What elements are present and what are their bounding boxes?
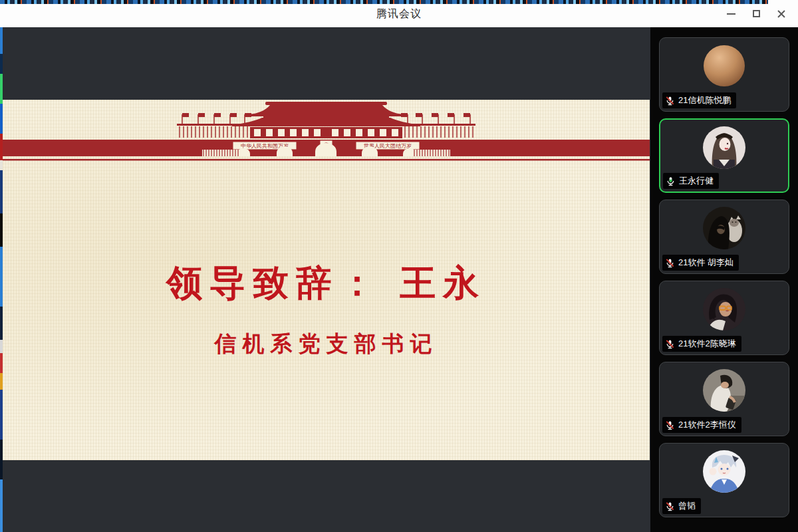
participant-tile[interactable]: 21信机陈悦鹏 (659, 37, 789, 112)
name-tag: 21软件 胡李灿 (662, 255, 739, 271)
close-icon (777, 9, 786, 19)
participant-tile[interactable]: 王永行健 (659, 118, 789, 193)
avatar (703, 45, 745, 87)
name-tag: 曾韬 (662, 498, 701, 514)
maximize-button[interactable] (743, 0, 769, 27)
name-tag: 21软件2李恒仪 (662, 417, 741, 433)
window-title: 腾讯会议 (0, 7, 798, 21)
participant-name: 21软件 胡李灿 (678, 257, 733, 269)
mic-active-icon (666, 176, 676, 186)
participant-name: 王永行健 (679, 175, 714, 187)
screen-edge-artifact-top (0, 0, 768, 4)
participant-name: 21软件2李恒仪 (678, 419, 736, 431)
presentation-slide: 中华人民共和国万岁 世界人民大团结万岁 领导 (3, 100, 650, 460)
minimize-icon (727, 13, 735, 15)
avatar (703, 369, 745, 412)
close-button[interactable] (769, 0, 794, 27)
mic-muted-icon (665, 501, 675, 511)
participant-name: 21信机陈悦鹏 (678, 94, 731, 106)
participant-tile[interactable]: 21软件2李恒仪 (659, 362, 789, 436)
avatar (703, 288, 745, 331)
screen-edge-artifact-left (0, 27, 3, 532)
participant-name: 21软件2陈晓琳 (678, 338, 736, 350)
mic-muted-icon (665, 96, 675, 106)
mic-muted-icon (665, 420, 675, 430)
mic-muted-icon (665, 258, 675, 268)
slide-title: 领导致辞： 王永 (3, 259, 650, 308)
participant-name: 曾韬 (678, 500, 696, 512)
slide-subtitle: 信机系党支部书记 (3, 329, 650, 359)
name-tag: 王永行健 (663, 173, 719, 189)
tiananmen-gate-illustration: 中华人民共和国万岁 世界人民大团结万岁 (3, 100, 650, 163)
avatar (703, 207, 745, 249)
window-titlebar: 腾讯会议 (0, 0, 798, 27)
avatar (703, 450, 745, 493)
participant-tile[interactable]: 21软件2陈晓琳 (659, 281, 789, 355)
maximize-icon (753, 10, 760, 17)
name-tag: 21信机陈悦鹏 (662, 92, 736, 108)
participant-tile[interactable]: 21软件 胡李灿 (659, 200, 789, 274)
participant-tile[interactable]: 曾韬 (659, 443, 789, 517)
participants-sidebar: 21信机陈悦鹏 (650, 27, 798, 532)
minimize-button[interactable] (718, 0, 743, 27)
avatar (703, 126, 745, 169)
mic-muted-icon (665, 339, 675, 349)
window-controls (718, 0, 794, 27)
shared-screen-area: 中华人民共和国万岁 世界人民大团结万岁 领导 (0, 27, 650, 532)
name-tag: 21软件2陈晓琳 (662, 336, 741, 352)
